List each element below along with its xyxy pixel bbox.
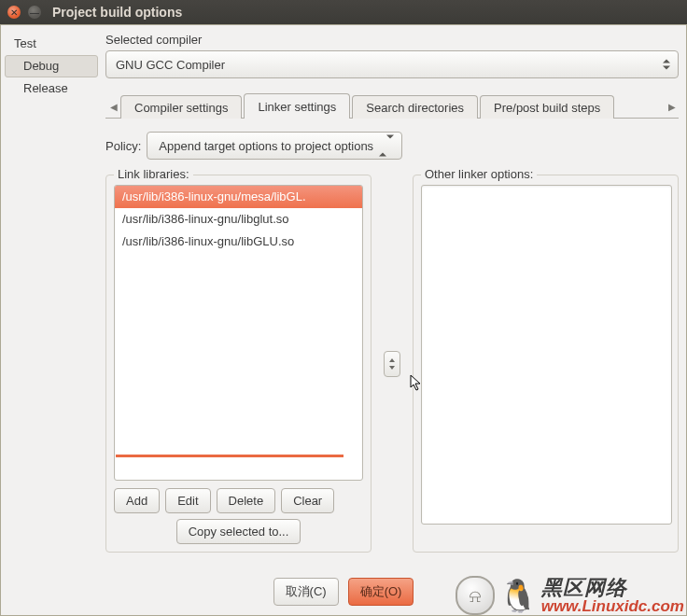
policy-dropdown[interactable]: Append target options to project options <box>147 132 402 160</box>
delete-button[interactable]: Delete <box>217 488 276 513</box>
tabs-bar: ◀ Compiler settings Linker settings Sear… <box>105 91 679 118</box>
other-linker-text[interactable] <box>421 185 672 525</box>
sidebar-item-root[interactable]: Test <box>5 33 98 55</box>
cursor-icon <box>410 374 423 393</box>
close-icon[interactable]: ✕ <box>7 6 21 19</box>
cancel-button[interactable]: 取消(C) <box>273 578 339 606</box>
policy-value: Append target options to project options <box>159 139 373 153</box>
compiler-label: Selected compiler <box>105 33 679 47</box>
list-item[interactable]: /usr/lib/i386-linux-gnu/libGLU.so <box>115 231 362 253</box>
link-libraries-group: Link libraries: /usr/lib/i386-linux-gnu/… <box>105 175 372 553</box>
compiler-dropdown[interactable]: GNU GCC Compiler <box>105 50 679 78</box>
other-linker-label: Other linker options: <box>421 167 537 181</box>
config-tree[interactable]: Test Debug Release <box>5 31 98 615</box>
reorder-spinner[interactable] <box>383 175 401 553</box>
tab-linker-settings[interactable]: Linker settings <box>244 93 350 119</box>
clear-button[interactable]: Clear <box>281 488 334 513</box>
tab-pre-post-build[interactable]: Pre/post build steps <box>480 95 614 119</box>
chevron-up-icon[interactable] <box>389 358 395 362</box>
list-item[interactable]: /usr/lib/i386-linux-gnu/mesa/libGL. <box>115 186 362 208</box>
list-item[interactable]: /usr/lib/i386-linux-gnu/libglut.so <box>115 208 362 231</box>
window-titlebar: ✕ — Project build options <box>0 0 687 24</box>
ok-button[interactable]: 确定(O) <box>348 578 414 606</box>
other-linker-group: Other linker options: <box>413 175 679 553</box>
link-libraries-list[interactable]: /usr/lib/i386-linux-gnu/mesa/libGL. /usr… <box>114 185 363 481</box>
chevron-down-icon[interactable] <box>389 366 395 370</box>
window-title: Project build options <box>52 5 182 20</box>
policy-label: Policy: <box>105 139 141 153</box>
link-libraries-label: Link libraries: <box>114 167 193 181</box>
compiler-value: GNU GCC Compiler <box>116 58 225 72</box>
sidebar-item-release[interactable]: Release <box>5 77 98 100</box>
tab-search-directories[interactable]: Search directories <box>352 95 478 119</box>
dropdown-caret-icon <box>663 60 670 70</box>
tab-scroll-left-icon[interactable]: ◀ <box>107 95 120 118</box>
tab-compiler-settings[interactable]: Compiler settings <box>120 95 242 119</box>
dropdown-caret-icon <box>379 139 394 153</box>
add-button[interactable]: Add <box>114 488 160 513</box>
tab-scroll-right-icon[interactable]: ▶ <box>666 95 679 118</box>
minimize-icon[interactable]: — <box>28 6 41 19</box>
copy-selected-button[interactable]: Copy selected to... <box>176 519 301 544</box>
edit-button[interactable]: Edit <box>165 488 210 513</box>
sidebar-item-debug[interactable]: Debug <box>5 55 98 77</box>
